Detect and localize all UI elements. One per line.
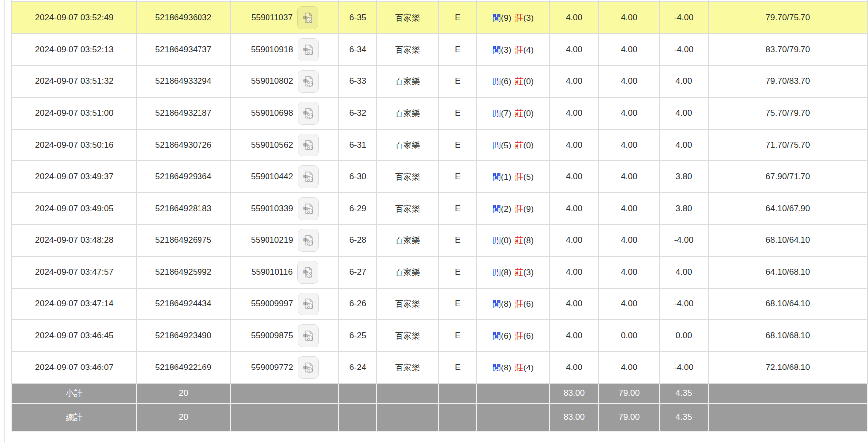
- table-round: 6-33: [339, 66, 377, 97]
- game-result: 閒(2)莊(9): [476, 193, 549, 224]
- game-round-cell: 559009875: [230, 320, 339, 352]
- bet-row[interactable]: 2024-09-07 03:51:00 521864932187 5590106…: [12, 97, 868, 129]
- valid-amount: 4.00: [599, 256, 660, 288]
- game-round-id: 559009772: [251, 363, 293, 372]
- bet-row[interactable]: 2024-09-07 03:49:05 521864928183 5590103…: [12, 193, 868, 224]
- player-label: 閒: [492, 141, 501, 150]
- player-label: 閒: [492, 77, 501, 86]
- bet-row[interactable]: 2024-09-07 03:49:37 521864929364 5590104…: [12, 161, 868, 193]
- bet-amount-link[interactable]: 4.00: [549, 66, 599, 97]
- video-replay-button[interactable]: [298, 293, 319, 315]
- bet-row[interactable]: 2024-09-07 03:47:14 521864924434 5590099…: [12, 288, 868, 320]
- game-type: 百家樂: [377, 97, 439, 129]
- table-round: 6-30: [339, 161, 377, 193]
- video-replay-button[interactable]: [298, 229, 319, 252]
- bet-time: 2024-09-07 03:50:16: [12, 129, 136, 161]
- bet-amount-link[interactable]: 4.00: [549, 288, 599, 320]
- player-label: 閒: [492, 204, 501, 214]
- player-label: 閒: [492, 331, 501, 341]
- banker-label: 莊: [515, 13, 523, 23]
- banker-label: 莊: [515, 268, 523, 277]
- bet-amount-link[interactable]: 4.00: [549, 256, 599, 288]
- table-round: 6-27: [339, 256, 377, 288]
- win-loss-amount: 4.00: [660, 66, 708, 97]
- bet-amount-link[interactable]: 4.00: [549, 224, 599, 256]
- banker-label: 莊: [515, 45, 523, 55]
- summary-label: 總計: [12, 403, 136, 431]
- win-loss-amount: 4.00: [660, 129, 708, 161]
- bet-amount-link[interactable]: 4.00: [549, 352, 599, 383]
- valid-amount: 4.00: [599, 224, 660, 256]
- game-result: 閒(3)莊(4): [476, 34, 549, 66]
- win-loss-amount: -4.00: [660, 224, 708, 256]
- bet-row[interactable]: 2024-09-07 03:50:16 521864930726 5590105…: [12, 129, 868, 161]
- bet-id: 521864922169: [136, 352, 230, 383]
- banker-label: 莊: [515, 204, 523, 214]
- win-loss-amount: -4.00: [660, 2, 708, 34]
- bet-history-panel: 2024-09-07 03:52:49 521864936032 5590110…: [0, 0, 868, 443]
- video-replay-button[interactable]: [297, 6, 318, 29]
- game-result: 閒(6)莊(0): [476, 66, 549, 97]
- game-type: 百家樂: [377, 66, 439, 97]
- bet-row[interactable]: 2024-09-07 03:52:49 521864936032 5590110…: [12, 2, 868, 34]
- bet-row[interactable]: 2024-09-07 03:46:07 521864922169 5590097…: [12, 352, 868, 383]
- bet-row[interactable]: 2024-09-07 03:46:45 521864923490 5590098…: [12, 320, 868, 352]
- win-loss-amount: 3.80: [660, 161, 708, 193]
- valid-amount: 4.00: [599, 97, 660, 129]
- video-replay-button[interactable]: [297, 261, 318, 284]
- video-replay-button[interactable]: [298, 102, 319, 125]
- banker-score: (0): [523, 141, 534, 150]
- summary-bet-total: 83.00: [549, 403, 599, 431]
- bet-id: 521864933294: [136, 66, 230, 97]
- player-score: (2): [501, 204, 511, 214]
- bet-amount-link[interactable]: 4.00: [549, 97, 599, 129]
- bet-amount-link[interactable]: 4.00: [549, 34, 599, 66]
- player-label: 閒: [492, 109, 501, 118]
- video-replay-button[interactable]: [298, 197, 319, 220]
- banker-score: (6): [523, 299, 534, 309]
- player-score: (6): [501, 77, 511, 86]
- video-replay-button[interactable]: [298, 165, 319, 188]
- summary-count: 20: [136, 403, 230, 431]
- valid-amount: 4.00: [599, 129, 660, 161]
- bet-id: 521864930726: [136, 129, 230, 161]
- video-replay-button[interactable]: [298, 356, 319, 379]
- balance-after: 64.10/68.10: [708, 256, 868, 288]
- summary-valid-total: 79.00: [599, 403, 660, 431]
- bet-row[interactable]: 2024-09-07 03:47:57 521864925992 5590101…: [12, 256, 868, 288]
- table-round: 6-32: [339, 97, 377, 129]
- bet-row[interactable]: 2024-09-07 03:51:32 521864933294 5590108…: [12, 66, 868, 97]
- video-replay-button[interactable]: [298, 324, 319, 347]
- bet-amount-link[interactable]: 4.00: [549, 129, 599, 161]
- video-replay-button[interactable]: [298, 134, 319, 156]
- game-round-id: 559010802: [251, 76, 293, 86]
- game-type: 百家樂: [377, 129, 439, 161]
- valid-amount: 0.00: [599, 320, 660, 352]
- bet-time: 2024-09-07 03:51:00: [12, 97, 136, 129]
- game-result: 閒(6)莊(6): [476, 320, 549, 352]
- bet-amount-link[interactable]: 4.00: [549, 193, 599, 224]
- bet-amount-link[interactable]: 4.00: [549, 161, 599, 193]
- bet-id: 521864932187: [136, 97, 230, 129]
- game-round-id: 559010219: [251, 235, 293, 245]
- table-round: 6-34: [339, 34, 377, 66]
- summary-empty-cell: [708, 383, 868, 403]
- bet-row[interactable]: 2024-09-07 03:48:28 521864926975 5590102…: [12, 224, 868, 256]
- balance-after: 83.70/79.70: [708, 34, 868, 66]
- bet-row[interactable]: 2024-09-07 03:52:13 521864934737 5590109…: [12, 34, 868, 66]
- valid-amount: 4.00: [599, 34, 660, 66]
- video-replay-icon: [302, 75, 315, 88]
- bet-amount-link[interactable]: 4.00: [549, 320, 599, 352]
- bet-amount-link[interactable]: 4.00: [549, 2, 599, 34]
- summary-row: 總計 20 83.00 79.00 4.35: [12, 403, 868, 431]
- win-loss-amount: -4.00: [660, 34, 708, 66]
- balance-after: 67.90/71.70: [708, 161, 868, 193]
- video-replay-icon: [302, 202, 315, 215]
- video-replay-button[interactable]: [298, 38, 319, 61]
- balance-after: 72.10/68.10: [708, 352, 868, 383]
- bet-time: 2024-09-07 03:46:45: [12, 320, 136, 352]
- game-type: 百家樂: [377, 256, 439, 288]
- video-replay-icon: [302, 361, 315, 374]
- video-replay-button[interactable]: [298, 70, 319, 93]
- summary-empty-cell: [708, 403, 868, 431]
